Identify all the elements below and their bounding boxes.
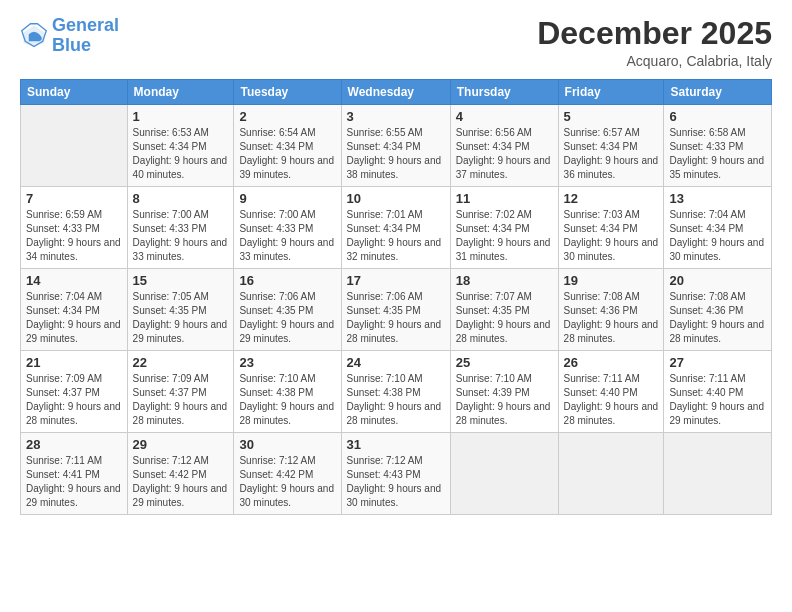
- calendar-cell: 20Sunrise: 7:08 AMSunset: 4:36 PMDayligh…: [664, 269, 772, 351]
- page: General Blue December 2025 Acquaro, Cala…: [0, 0, 792, 612]
- day-number: 20: [669, 273, 766, 288]
- day-number: 11: [456, 191, 553, 206]
- day-number: 27: [669, 355, 766, 370]
- day-number: 2: [239, 109, 335, 124]
- day-number: 19: [564, 273, 659, 288]
- day-info: Sunrise: 7:00 AMSunset: 4:33 PMDaylight:…: [133, 208, 229, 264]
- calendar-cell: 6Sunrise: 6:58 AMSunset: 4:33 PMDaylight…: [664, 105, 772, 187]
- day-number: 10: [347, 191, 445, 206]
- calendar-cell: 22Sunrise: 7:09 AMSunset: 4:37 PMDayligh…: [127, 351, 234, 433]
- day-number: 29: [133, 437, 229, 452]
- calendar-week-4: 21Sunrise: 7:09 AMSunset: 4:37 PMDayligh…: [21, 351, 772, 433]
- day-info: Sunrise: 7:12 AMSunset: 4:42 PMDaylight:…: [239, 454, 335, 510]
- day-info: Sunrise: 7:03 AMSunset: 4:34 PMDaylight:…: [564, 208, 659, 264]
- calendar-header-row: Sunday Monday Tuesday Wednesday Thursday…: [21, 80, 772, 105]
- day-number: 8: [133, 191, 229, 206]
- day-info: Sunrise: 7:12 AMSunset: 4:43 PMDaylight:…: [347, 454, 445, 510]
- day-info: Sunrise: 7:04 AMSunset: 4:34 PMDaylight:…: [26, 290, 122, 346]
- day-number: 13: [669, 191, 766, 206]
- day-info: Sunrise: 7:11 AMSunset: 4:40 PMDaylight:…: [564, 372, 659, 428]
- calendar-cell: 25Sunrise: 7:10 AMSunset: 4:39 PMDayligh…: [450, 351, 558, 433]
- day-info: Sunrise: 7:10 AMSunset: 4:39 PMDaylight:…: [456, 372, 553, 428]
- day-number: 30: [239, 437, 335, 452]
- calendar-cell: 9Sunrise: 7:00 AMSunset: 4:33 PMDaylight…: [234, 187, 341, 269]
- day-number: 31: [347, 437, 445, 452]
- calendar-cell: 14Sunrise: 7:04 AMSunset: 4:34 PMDayligh…: [21, 269, 128, 351]
- day-info: Sunrise: 7:00 AMSunset: 4:33 PMDaylight:…: [239, 208, 335, 264]
- calendar-cell: 10Sunrise: 7:01 AMSunset: 4:34 PMDayligh…: [341, 187, 450, 269]
- day-number: 14: [26, 273, 122, 288]
- day-info: Sunrise: 7:07 AMSunset: 4:35 PMDaylight:…: [456, 290, 553, 346]
- calendar-cell: 17Sunrise: 7:06 AMSunset: 4:35 PMDayligh…: [341, 269, 450, 351]
- col-sunday: Sunday: [21, 80, 128, 105]
- calendar-cell: 30Sunrise: 7:12 AMSunset: 4:42 PMDayligh…: [234, 433, 341, 515]
- day-info: Sunrise: 7:10 AMSunset: 4:38 PMDaylight:…: [347, 372, 445, 428]
- day-info: Sunrise: 7:06 AMSunset: 4:35 PMDaylight:…: [347, 290, 445, 346]
- logo-line2: Blue: [52, 35, 91, 55]
- day-info: Sunrise: 7:06 AMSunset: 4:35 PMDaylight:…: [239, 290, 335, 346]
- calendar-cell: 29Sunrise: 7:12 AMSunset: 4:42 PMDayligh…: [127, 433, 234, 515]
- calendar-cell: 7Sunrise: 6:59 AMSunset: 4:33 PMDaylight…: [21, 187, 128, 269]
- calendar-cell: 13Sunrise: 7:04 AMSunset: 4:34 PMDayligh…: [664, 187, 772, 269]
- logo-icon: [20, 22, 48, 50]
- day-info: Sunrise: 7:05 AMSunset: 4:35 PMDaylight:…: [133, 290, 229, 346]
- month-title: December 2025: [537, 16, 772, 51]
- calendar-week-3: 14Sunrise: 7:04 AMSunset: 4:34 PMDayligh…: [21, 269, 772, 351]
- calendar-cell: 31Sunrise: 7:12 AMSunset: 4:43 PMDayligh…: [341, 433, 450, 515]
- calendar-cell: 18Sunrise: 7:07 AMSunset: 4:35 PMDayligh…: [450, 269, 558, 351]
- header: General Blue December 2025 Acquaro, Cala…: [20, 16, 772, 69]
- calendar-cell: 8Sunrise: 7:00 AMSunset: 4:33 PMDaylight…: [127, 187, 234, 269]
- calendar: Sunday Monday Tuesday Wednesday Thursday…: [20, 79, 772, 515]
- day-number: 1: [133, 109, 229, 124]
- calendar-cell: [21, 105, 128, 187]
- day-number: 26: [564, 355, 659, 370]
- day-number: 16: [239, 273, 335, 288]
- calendar-cell: [450, 433, 558, 515]
- day-number: 22: [133, 355, 229, 370]
- calendar-cell: 3Sunrise: 6:55 AMSunset: 4:34 PMDaylight…: [341, 105, 450, 187]
- day-number: 9: [239, 191, 335, 206]
- calendar-cell: 19Sunrise: 7:08 AMSunset: 4:36 PMDayligh…: [558, 269, 664, 351]
- day-number: 15: [133, 273, 229, 288]
- day-number: 21: [26, 355, 122, 370]
- day-number: 7: [26, 191, 122, 206]
- day-info: Sunrise: 6:59 AMSunset: 4:33 PMDaylight:…: [26, 208, 122, 264]
- day-info: Sunrise: 7:04 AMSunset: 4:34 PMDaylight:…: [669, 208, 766, 264]
- calendar-cell: 21Sunrise: 7:09 AMSunset: 4:37 PMDayligh…: [21, 351, 128, 433]
- day-info: Sunrise: 7:11 AMSunset: 4:40 PMDaylight:…: [669, 372, 766, 428]
- day-number: 5: [564, 109, 659, 124]
- calendar-cell: [664, 433, 772, 515]
- calendar-cell: 16Sunrise: 7:06 AMSunset: 4:35 PMDayligh…: [234, 269, 341, 351]
- day-info: Sunrise: 7:09 AMSunset: 4:37 PMDaylight:…: [133, 372, 229, 428]
- day-info: Sunrise: 6:57 AMSunset: 4:34 PMDaylight:…: [564, 126, 659, 182]
- day-info: Sunrise: 7:09 AMSunset: 4:37 PMDaylight:…: [26, 372, 122, 428]
- calendar-cell: 2Sunrise: 6:54 AMSunset: 4:34 PMDaylight…: [234, 105, 341, 187]
- day-info: Sunrise: 7:02 AMSunset: 4:34 PMDaylight:…: [456, 208, 553, 264]
- day-info: Sunrise: 6:55 AMSunset: 4:34 PMDaylight:…: [347, 126, 445, 182]
- col-monday: Monday: [127, 80, 234, 105]
- day-number: 23: [239, 355, 335, 370]
- day-number: 18: [456, 273, 553, 288]
- day-info: Sunrise: 7:12 AMSunset: 4:42 PMDaylight:…: [133, 454, 229, 510]
- day-number: 12: [564, 191, 659, 206]
- logo-line1: General: [52, 15, 119, 35]
- calendar-cell: 1Sunrise: 6:53 AMSunset: 4:34 PMDaylight…: [127, 105, 234, 187]
- col-saturday: Saturday: [664, 80, 772, 105]
- calendar-cell: 5Sunrise: 6:57 AMSunset: 4:34 PMDaylight…: [558, 105, 664, 187]
- calendar-cell: 27Sunrise: 7:11 AMSunset: 4:40 PMDayligh…: [664, 351, 772, 433]
- calendar-cell: 26Sunrise: 7:11 AMSunset: 4:40 PMDayligh…: [558, 351, 664, 433]
- calendar-cell: 23Sunrise: 7:10 AMSunset: 4:38 PMDayligh…: [234, 351, 341, 433]
- day-number: 28: [26, 437, 122, 452]
- location: Acquaro, Calabria, Italy: [537, 53, 772, 69]
- logo: General Blue: [20, 16, 119, 56]
- title-area: December 2025 Acquaro, Calabria, Italy: [537, 16, 772, 69]
- calendar-cell: [558, 433, 664, 515]
- col-thursday: Thursday: [450, 80, 558, 105]
- calendar-cell: 28Sunrise: 7:11 AMSunset: 4:41 PMDayligh…: [21, 433, 128, 515]
- day-number: 17: [347, 273, 445, 288]
- day-number: 6: [669, 109, 766, 124]
- calendar-cell: 12Sunrise: 7:03 AMSunset: 4:34 PMDayligh…: [558, 187, 664, 269]
- col-tuesday: Tuesday: [234, 80, 341, 105]
- col-wednesday: Wednesday: [341, 80, 450, 105]
- col-friday: Friday: [558, 80, 664, 105]
